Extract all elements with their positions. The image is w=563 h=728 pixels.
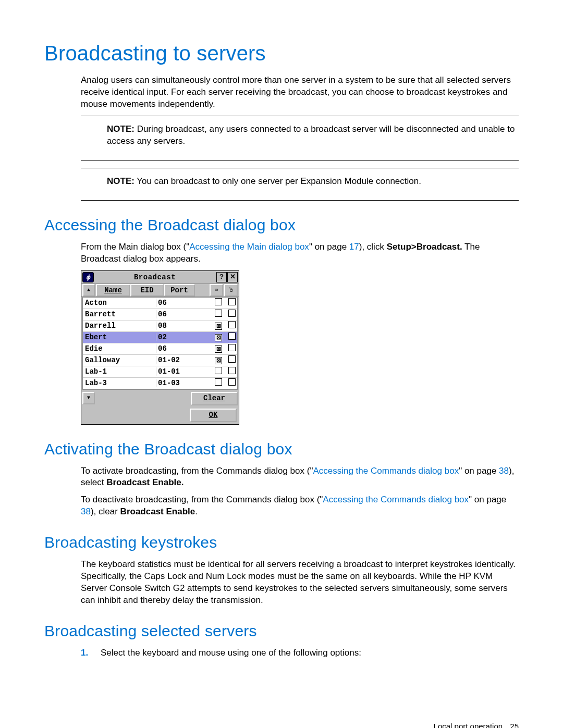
table-row[interactable]: Galloway01-02⊠ xyxy=(83,355,237,366)
close-button[interactable]: ✕ xyxy=(227,272,238,282)
col-port[interactable]: Port xyxy=(164,284,195,297)
page-footer: Local port operation 25 xyxy=(44,722,519,728)
keystrokes-paragraph: The keyboard statistics must be identica… xyxy=(81,559,519,607)
keyboard-checkbox[interactable]: ⊠ xyxy=(213,344,224,353)
mouse-icon: 🖱 xyxy=(224,284,238,297)
accessing-paragraph: From the Main dialog box ("Accessing the… xyxy=(81,241,519,265)
link-main-dialog[interactable]: Accessing the Main dialog box xyxy=(189,242,309,252)
note-1-text: During broadcast, any users connected to… xyxy=(107,124,515,146)
cell-name: Barrett xyxy=(83,310,125,318)
cell-port: 06 xyxy=(156,299,187,307)
cell-name: Darrell xyxy=(83,322,125,330)
setup-broadcast-path: Setup>Broadcast. xyxy=(387,242,462,252)
dialog-title: Broadcast xyxy=(94,273,216,281)
heading-activating: Activating the Broadcast dialog box xyxy=(44,440,519,458)
cell-name: Lab-1 xyxy=(83,367,125,376)
keyboard-checkbox[interactable]: ⊠ xyxy=(213,322,224,330)
ok-button[interactable]: OK xyxy=(190,409,237,422)
sort-up-icon[interactable]: ▲ xyxy=(82,284,95,297)
cell-port: 02 xyxy=(156,333,187,341)
mouse-checkbox[interactable] xyxy=(227,298,237,307)
cell-port: 06 xyxy=(156,310,187,318)
note-1: NOTE: During broadcast, any users connec… xyxy=(81,116,519,161)
col-name[interactable]: Name xyxy=(96,284,130,297)
footer-section: Local port operation xyxy=(434,722,503,728)
cell-port: 01-01 xyxy=(156,367,187,376)
link-commands-dialog-1[interactable]: Accessing the Commands dialog box xyxy=(313,466,459,476)
clear-button[interactable]: Clear xyxy=(191,392,238,405)
heading-accessing: Accessing the Broadcast dialog box xyxy=(44,216,519,234)
note-2-label: NOTE: xyxy=(107,176,134,186)
heading-keystrokes: Broadcasting keystrokes xyxy=(44,534,519,551)
table-row[interactable]: Edie06⊠ xyxy=(83,343,237,355)
scroll-down-icon[interactable]: ▼ xyxy=(82,392,95,404)
table-row[interactable]: Barrett06 xyxy=(83,309,237,320)
mouse-checkbox[interactable] xyxy=(227,344,237,353)
note-2-text: You can broadcast to only one server per… xyxy=(137,176,421,186)
link-commands-dialog-2[interactable]: Accessing the Commands dialog box xyxy=(323,495,469,504)
keyboard-checkbox[interactable]: ⊠ xyxy=(213,333,224,341)
heading-selected-servers: Broadcasting selected servers xyxy=(44,622,519,640)
cell-port: 01-02 xyxy=(156,356,187,364)
keyboard-checkbox[interactable] xyxy=(213,310,224,319)
cell-port: 06 xyxy=(156,344,187,353)
keyboard-checkbox[interactable] xyxy=(213,367,224,376)
cell-port: 01-03 xyxy=(156,379,187,387)
keyboard-checkbox[interactable]: ⊠ xyxy=(213,356,224,364)
broadcast-enable-1: Broadcast Enable. xyxy=(106,477,183,487)
dialog-body: Acton06Barrett06Darrell08⊠Ebert02⊠Edie06… xyxy=(82,297,238,390)
table-row[interactable]: Darrell08⊠ xyxy=(83,320,237,332)
col-eid[interactable]: EID xyxy=(130,284,164,297)
cell-port: 08 xyxy=(156,322,187,330)
cell-name: Lab-3 xyxy=(83,379,125,387)
footer-page-number: 25 xyxy=(510,722,519,728)
note-2: NOTE: You can broadcast to only one serv… xyxy=(81,168,519,201)
keyboard-checkbox[interactable] xyxy=(213,378,224,388)
note-1-label: NOTE: xyxy=(107,124,134,134)
step-1-number: 1. xyxy=(81,647,101,659)
table-row[interactable]: Acton06 xyxy=(83,298,237,309)
mouse-checkbox[interactable] xyxy=(227,355,237,365)
mouse-checkbox[interactable] xyxy=(227,378,237,388)
mouse-checkbox[interactable] xyxy=(227,310,237,319)
dialog-header-row: ▲ Name EID Port ⌨ 🖱 xyxy=(81,284,239,297)
page-ref-38a[interactable]: 38 xyxy=(499,466,509,476)
keyboard-icon: ⌨ xyxy=(210,284,223,297)
activating-paragraph-2: To deactivate broadcasting, from the Com… xyxy=(81,494,519,518)
mouse-checkbox[interactable] xyxy=(227,332,237,342)
help-button[interactable]: ? xyxy=(216,272,227,282)
keyboard-checkbox[interactable] xyxy=(213,298,224,307)
mouse-checkbox[interactable] xyxy=(227,367,237,376)
dialog-titlebar: ϕ Broadcast ? ✕ xyxy=(81,271,239,284)
broadcast-enable-2: Broadcast Enable xyxy=(120,507,195,516)
step-1-text: Select the keyboard and mouse using one … xyxy=(101,647,361,659)
broadcast-dialog: ϕ Broadcast ? ✕ ▲ Name EID Port ⌨ 🖱 Acto… xyxy=(81,270,239,425)
page-ref-38b[interactable]: 38 xyxy=(81,507,91,516)
step-1: 1. Select the keyboard and mouse using o… xyxy=(81,647,519,659)
cell-name: Ebert xyxy=(83,333,125,341)
heading-broadcasting: Broadcasting to servers xyxy=(44,42,519,65)
table-row[interactable]: Lab-101-01 xyxy=(83,366,237,378)
cell-name: Acton xyxy=(83,299,125,307)
table-row[interactable]: Lab-301-03 xyxy=(83,378,237,389)
page-ref-17[interactable]: 17 xyxy=(349,242,359,252)
hp-logo-icon: ϕ xyxy=(82,272,94,282)
cell-name: Galloway xyxy=(83,356,125,364)
table-row[interactable]: Ebert02⊠ xyxy=(83,332,237,343)
cell-name: Edie xyxy=(83,344,125,353)
intro-paragraph: Analog users can simultaneously control … xyxy=(81,75,519,110)
activating-paragraph-1: To activate broadcasting, from the Comma… xyxy=(81,465,519,489)
mouse-checkbox[interactable] xyxy=(227,321,237,330)
